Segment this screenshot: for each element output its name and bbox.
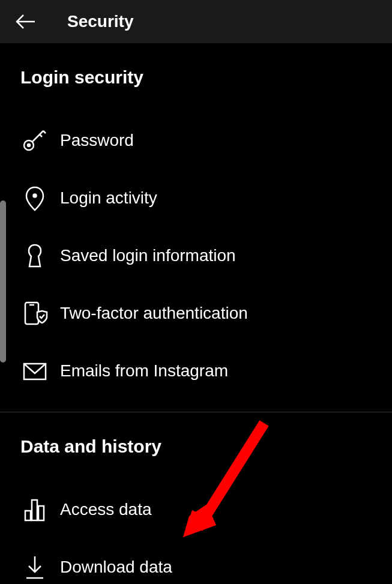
download-icon (20, 553, 49, 582)
envelope-icon (20, 357, 49, 385)
svg-rect-10 (25, 511, 31, 520)
menu-label: Two-factor authentication (60, 304, 248, 323)
svg-point-2 (28, 144, 30, 146)
header: Security (0, 0, 392, 43)
keyhole-icon (20, 241, 49, 270)
menu-item-saved-login[interactable]: Saved login information (20, 227, 372, 284)
menu-label: Emails from Instagram (60, 361, 228, 381)
key-icon (20, 126, 49, 155)
menu-label: Login activity (60, 188, 157, 208)
menu-item-access-data[interactable]: Access data (20, 481, 372, 538)
section-data-history: Data and history Access data Download da… (0, 412, 392, 584)
bar-chart-icon (20, 495, 49, 524)
menu-label: Password (60, 131, 134, 150)
arrow-left-icon (14, 11, 36, 32)
page-title: Security (67, 12, 134, 31)
menu-label: Access data (60, 500, 152, 519)
content: Login security Password Login (0, 43, 392, 584)
menu-item-two-factor[interactable]: Two-factor authentication (20, 284, 372, 342)
svg-rect-12 (38, 506, 44, 520)
svg-point-6 (34, 194, 37, 197)
device-shield-icon (20, 299, 49, 328)
menu-item-login-activity[interactable]: Login activity (20, 169, 372, 227)
scroll-indicator[interactable] (0, 200, 6, 363)
menu-item-emails[interactable]: Emails from Instagram (20, 342, 372, 400)
svg-line-4 (43, 131, 46, 133)
menu-label: Saved login information (60, 246, 236, 265)
menu-label: Download data (60, 558, 172, 577)
svg-rect-11 (32, 500, 37, 520)
section-login-security: Login security Password Login (0, 43, 392, 412)
location-pin-icon (20, 184, 49, 212)
back-button[interactable] (12, 8, 38, 35)
menu-item-download-data[interactable]: Download data (20, 538, 372, 584)
menu-item-password[interactable]: Password (20, 112, 372, 169)
section-title: Data and history (20, 436, 372, 457)
svg-line-5 (40, 134, 42, 137)
section-title: Login security (20, 67, 372, 88)
svg-rect-7 (25, 303, 38, 324)
